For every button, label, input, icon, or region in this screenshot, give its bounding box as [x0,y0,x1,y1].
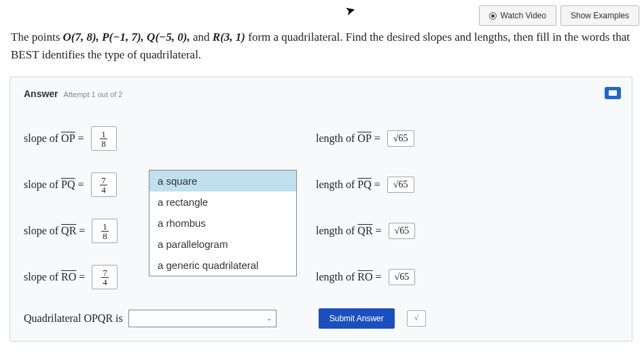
length-op-cell: length of OP = √65 [316,130,618,147]
length-ro-input[interactable]: √65 [389,269,416,285]
values-grid: slope of OP = 18 length of OP = √65 slop… [24,126,618,289]
quad-label: Quadrilateral OPQR is [24,312,123,325]
length-qr-cell: length of QR = √65 [316,223,618,239]
shape-select[interactable]: ⌄ [128,310,277,327]
watch-video-label: Watch Video [501,11,546,20]
slope-op-input[interactable]: 18 [91,126,117,151]
length-op-input[interactable]: √65 [387,130,414,147]
slope-pq-input[interactable]: 74 [91,172,117,197]
length-ro-cell: length of RO = √65 [316,269,618,285]
record-icon [489,12,497,20]
slope-ro-input[interactable]: 74 [92,265,118,289]
length-pq-cell: length of PQ = √65 [316,177,618,193]
keyboard-icon[interactable] [605,87,621,99]
slope-op-cell: slope of OP = 18 [24,126,316,151]
answer-panel: AnswerAttempt 1 out of 2 slope of OP = 1… [10,77,632,342]
submit-answer-button[interactable]: Submit Answer [319,308,395,329]
length-qr-input[interactable]: √65 [389,223,416,239]
length-pq-input[interactable]: √65 [387,177,414,193]
bottom-row: Quadrilateral OPQR is ⌄ Submit Answer √ [24,308,618,329]
show-examples-button[interactable]: Show Examples [560,5,639,26]
check-button[interactable]: √ [407,310,426,327]
top-button-bar: Watch Video Show Examples [479,5,642,26]
option-square[interactable]: a square [149,170,296,192]
answer-header: AnswerAttempt 1 out of 2 [24,88,618,99]
option-rectangle[interactable]: a rectangle [149,192,296,213]
show-examples-label: Show Examples [571,11,629,20]
slope-qr-input[interactable]: 18 [92,219,118,243]
option-generic[interactable]: a generic quadrilateral [149,255,296,276]
chevron-down-icon: ⌄ [266,314,272,322]
option-parallelogram[interactable]: a parallelogram [149,234,296,255]
watch-video-button[interactable]: Watch Video [479,5,556,26]
option-rhombus[interactable]: a rhombus [149,213,296,234]
shape-dropdown-list[interactable]: a square a rectangle a rhombus a paralle… [149,170,297,276]
